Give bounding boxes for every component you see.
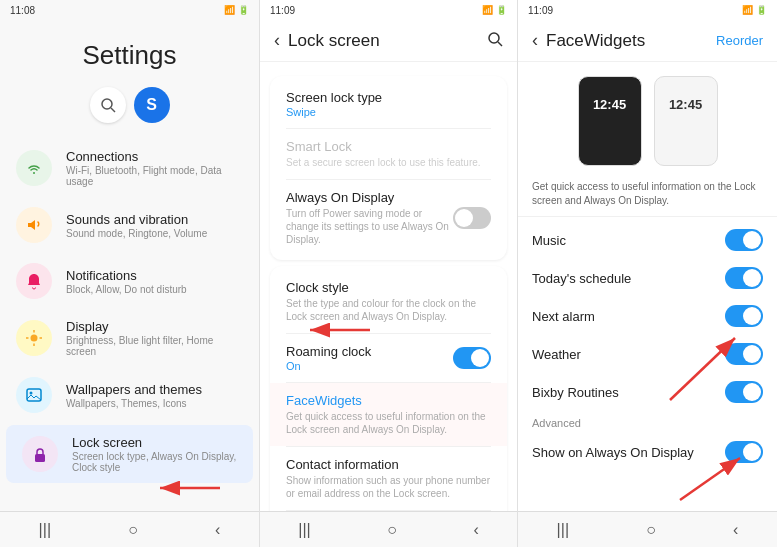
svg-point-8 [30,392,33,395]
status-icons-left: 📶 🔋 [224,5,249,15]
nav-home-left[interactable]: ○ [108,515,158,545]
search-button[interactable] [90,87,126,123]
lockscreen-header: ‹ Lock screen [260,20,517,62]
settings-list: Connections Wi-Fi, Bluetooth, Flight mod… [0,139,259,511]
screen-lock-type-item[interactable]: Screen lock type Swipe [270,80,507,128]
sounds-icon [16,207,52,243]
face-item-bixby[interactable]: Bixby Routines [518,373,777,411]
face-item-music[interactable]: Music [518,221,777,259]
status-bar-mid: 11:09 📶 🔋 [260,0,517,20]
roaming-clock-sub: On [286,360,371,372]
show-always-on-toggle[interactable] [725,441,763,463]
lockscreen-content: Screen lock type Swipe Smart Lock Set a … [260,62,517,511]
smart-lock-title: Smart Lock [286,139,491,154]
phone-preview-light: 12:45 [654,76,718,166]
bottom-nav-left: ||| ○ ‹ [0,511,259,547]
settings-header: Settings S [0,20,259,139]
search-button-mid[interactable] [487,31,503,51]
sun-icon [25,329,43,347]
sidebar-item-notifications[interactable]: Notifications Block, Allow, Do not distu… [0,253,259,309]
svg-point-2 [31,335,38,342]
roaming-clock-toggle[interactable] [453,347,491,369]
nav-back-left[interactable]: ‹ [195,515,240,545]
nav-back-right[interactable]: ‹ [713,515,758,545]
lockscreen-panel-title: Lock screen [288,31,479,51]
music-toggle[interactable] [725,229,763,251]
nav-recents-left[interactable]: ||| [19,515,71,545]
image-icon [25,386,43,404]
weather-toggle[interactable] [725,343,763,365]
roaming-clock-item[interactable]: Roaming clock On [270,334,507,382]
back-button-mid[interactable]: ‹ [274,30,280,51]
connections-sub: Wi-Fi, Bluetooth, Flight mode, Data usag… [66,165,243,187]
bell-icon [25,272,43,290]
notifications-title: Notifications [66,268,187,283]
phone-time-light: 12:45 [655,77,717,116]
facewidgets-header: ‹ FaceWidgets Reorder [518,20,777,62]
contact-info-desc: Show information such as your phone numb… [286,474,491,500]
facewidgets-panel: 11:09 📶 🔋 ‹ FaceWidgets Reorder 12:45 12… [518,0,777,547]
music-label: Music [532,233,566,248]
svg-rect-7 [27,389,41,401]
roaming-clock-text: Roaming clock On [286,344,371,372]
time-mid: 11:09 [270,5,295,16]
smart-lock-item[interactable]: Smart Lock Set a secure screen lock to u… [270,129,507,179]
contact-info-title: Contact information [286,457,491,472]
nav-back-mid[interactable]: ‹ [453,515,498,545]
facewidgets-content: 12:45 12:45 Get quick access to useful i… [518,62,777,511]
alarm-toggle[interactable] [725,305,763,327]
clock-style-title: Clock style [286,280,491,295]
connections-text: Connections Wi-Fi, Bluetooth, Flight mod… [66,149,243,187]
roaming-clock-title: Roaming clock [286,344,371,359]
wallpaper-icon [16,377,52,413]
phone-previews: 12:45 12:45 [518,62,777,176]
lockscreen-text: Lock screen Screen lock type, Always On … [72,435,237,473]
notifications-icon [16,263,52,299]
volume-icon [25,216,43,234]
face-item-weather[interactable]: Weather [518,335,777,373]
facewidgets-desc: Get quick access to useful information o… [286,410,491,436]
bixby-toggle[interactable] [725,381,763,403]
facewidgets-item[interactable]: FaceWidgets Get quick access to useful i… [270,383,507,446]
nav-recents-mid[interactable]: ||| [278,515,330,545]
wallpaper-text: Wallpapers and themes Wallpapers, Themes… [66,382,202,409]
nav-home-mid[interactable]: ○ [367,515,417,545]
face-item-schedule[interactable]: Today's schedule [518,259,777,297]
phone-time-dark: 12:45 [579,77,641,116]
back-button-right[interactable]: ‹ [532,30,538,51]
svg-rect-9 [35,454,45,462]
svg-line-11 [498,42,502,46]
lockscreen-sub: Screen lock type, Always On Display, Clo… [72,451,237,473]
sidebar-item-sounds[interactable]: Sounds and vibration Sound mode, Rington… [0,197,259,253]
screen-lock-type-sub: Swipe [286,106,491,118]
face-item-show-always-on[interactable]: Show on Always On Display [518,433,777,471]
always-on-display-item[interactable]: Always On Display Turn off Power saving … [270,180,507,256]
contact-info-item[interactable]: Contact information Show information suc… [270,447,507,510]
sidebar-item-display[interactable]: Display Brightness, Blue light filter, H… [0,309,259,367]
sidebar-item-lockscreen[interactable]: Lock screen Screen lock type, Always On … [6,425,253,483]
time-right: 11:09 [528,5,553,16]
facewidgets-title: FaceWidgets [286,393,491,408]
clock-style-item[interactable]: Clock style Set the type and colour for … [270,270,507,333]
nav-home-right[interactable]: ○ [626,515,676,545]
phone-preview-dark: 12:45 [578,76,642,166]
status-icons-mid: 📶 🔋 [482,5,507,15]
avatar-button[interactable]: S [134,87,170,123]
search-row: S [90,87,170,123]
lockscreen-icon [22,436,58,472]
face-item-alarm[interactable]: Next alarm [518,297,777,335]
reorder-button[interactable]: Reorder [716,33,763,48]
wifi-icon [25,159,43,177]
always-on-display-desc: Turn off Power saving mode or change its… [286,207,453,246]
show-always-on-label: Show on Always On Display [532,445,694,460]
schedule-toggle[interactable] [725,267,763,289]
nav-recents-right[interactable]: ||| [537,515,589,545]
sidebar-item-wallpaper[interactable]: Wallpapers and themes Wallpapers, Themes… [0,367,259,423]
always-on-display-toggle[interactable] [453,207,491,229]
sidebar-item-connections[interactable]: Connections Wi-Fi, Bluetooth, Flight mod… [0,139,259,197]
sounds-title: Sounds and vibration [66,212,207,227]
lock-icon [31,445,49,463]
lockscreen-settings-panel: 11:09 📶 🔋 ‹ Lock screen Screen lock type [259,0,518,547]
connections-title: Connections [66,149,243,164]
display-icon [16,320,52,356]
